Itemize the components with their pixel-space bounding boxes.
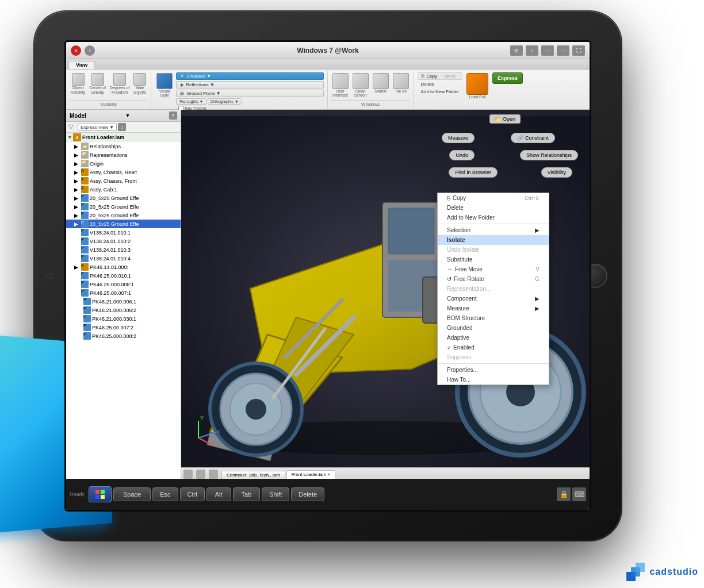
ribbon-btn-shadows[interactable]: ☀Shadows ▼ (176, 72, 323, 80)
windows-key-btn[interactable] (89, 486, 112, 502)
key-ctrl[interactable]: Ctrl (180, 487, 205, 501)
win-home-btn[interactable]: ⌂ (526, 45, 538, 56)
viewport-visibility-btn[interactable]: Visibility (541, 167, 572, 178)
key-esc[interactable]: Esc (152, 487, 178, 501)
context-menu-item-undo-isolate[interactable]: Undo Isolate (438, 245, 549, 255)
tree-item-pk46-25-007-2[interactable]: P PK46.25.00.007:2 (66, 323, 181, 332)
filter-icon[interactable]: ▽ (68, 123, 76, 131)
viewport-constraint-btn[interactable]: 🔗 Constraint (511, 133, 555, 143)
win-fullscreen-btn[interactable]: ⛶ (572, 45, 585, 56)
window-title: Windows 7 @Work (297, 47, 358, 55)
tab-icon-2[interactable] (196, 470, 205, 479)
tab-item-controller[interactable]: Controller, 360, Tech...iam (221, 471, 285, 479)
ribbon-btn-switch[interactable]: Switch (372, 72, 390, 100)
tree-item-origin[interactable]: ▶ 📁 Origin (66, 159, 181, 168)
context-menu-item-add-folder[interactable]: Add to New Folder (438, 213, 549, 222)
win-forward-btn[interactable]: → (557, 45, 569, 56)
context-menu-item-how-to[interactable]: How To... (438, 375, 549, 385)
ribbon-btn-delete[interactable]: Delete (418, 81, 462, 87)
ribbon-btn-tile-all[interactable]: Tile All (392, 72, 410, 100)
win-tile-btn[interactable]: ⊞ (510, 45, 523, 56)
ribbon-btn-reflections[interactable]: ◈Reflections ▼ (176, 81, 323, 89)
tab-item-front-loader[interactable]: Front Loader.iam × (286, 470, 335, 479)
ribbon-tab-view[interactable]: View (68, 61, 95, 69)
tree-item-relationships[interactable]: ▶ 📁 Relationships (66, 142, 181, 151)
windows-titlebar: × i Windows 7 @Work ⊞ ⌂ ← → ⛶ (66, 42, 590, 59)
win-close-btn[interactable]: × (71, 45, 81, 56)
ribbon-btn-user-interface[interactable]: UserInterface (331, 72, 350, 100)
tree-item-ground2[interactable]: ▶ P 20_5x25 Ground Effe (66, 202, 181, 211)
viewport-show-relationships-btn[interactable]: Show Relationships (520, 150, 578, 160)
viewport-open-btn[interactable]: 📂 Open (489, 114, 521, 124)
ribbon-btn-add-folder[interactable]: Add to New Folder (418, 89, 462, 95)
context-menu-item-bom[interactable]: BOM Structure (438, 313, 549, 323)
tree-item-chassis-rear[interactable]: ▶ A Assy, Chassis, Rear: (66, 168, 181, 176)
tree-sync-btn[interactable]: ↕ (118, 123, 126, 131)
tree-item-v138-1[interactable]: P V138.24.01.010:1 (66, 228, 181, 237)
ribbon-btn-copy[interactable]: ⎘CopyCtrl+C (418, 72, 462, 80)
tree-item-pk46-25-007-1[interactable]: P PK46.25.00.007:1 (66, 289, 181, 297)
tree-item-ground-selected[interactable]: ▶ P 20_5x25 Ground Effe (66, 220, 181, 228)
ribbon-btn-load-full[interactable]: Load Full (464, 72, 491, 99)
key-space[interactable]: Space (113, 487, 151, 501)
tree-root-item[interactable]: ▼ A Front Loader.iam (66, 133, 181, 142)
ipad-camera (47, 274, 52, 279)
ribbon-dropdown-orthographic[interactable]: Orthographic ▼ (208, 98, 242, 105)
tree-item-v138-4[interactable]: P V138.24.01.010:4 (66, 254, 181, 263)
ribbon-btn-visual-style[interactable]: VisualStyle (155, 72, 174, 98)
viewport-measure-btn[interactable]: Measure (442, 133, 475, 143)
tree-item-v138-2[interactable]: P V138.24.01.010:2 (66, 237, 181, 245)
tree-item-cab[interactable]: ▶ A Assy, Cab:1 (66, 185, 181, 194)
tab-icon-3[interactable] (209, 470, 218, 479)
context-menu-item-substitute[interactable]: Substitute (438, 255, 549, 264)
ribbon-btn-ground-plane[interactable]: ⊟Ground Plane ▼ (176, 90, 323, 97)
context-menu-item-free-rotate[interactable]: ↺Free Rotate G (438, 274, 549, 284)
express-view-btn[interactable]: Express View ▼ (78, 124, 117, 131)
context-menu-item-properties[interactable]: Properties... (438, 365, 549, 375)
statusbar-lock-icon[interactable]: 🔒 (557, 487, 571, 501)
tab-icon-1[interactable] (183, 470, 193, 479)
key-shift[interactable]: Shift (262, 487, 289, 501)
key-alt[interactable]: Alt (206, 487, 231, 501)
context-menu-item-copy[interactable]: ⎘Copy Ctrl+C (438, 193, 549, 203)
tree-item-ground3[interactable]: ▶ P 20_5x25 Ground Effe (66, 211, 181, 220)
tree-scroll[interactable]: ▼ A Front Loader.iam ▶ 📁 Relationships ▶ (66, 133, 181, 473)
key-tab[interactable]: Tab (233, 487, 261, 501)
context-menu-item-representation[interactable]: Representation... (438, 284, 549, 294)
viewport-find-browser-btn[interactable]: Find in Browser (449, 167, 498, 178)
ribbon-btn-express[interactable]: Express (492, 72, 523, 84)
context-menu-item-isolate[interactable]: Isolate (438, 235, 549, 245)
tree-item-pk46-21-030[interactable]: P PK46.21.000.030:1 (66, 314, 181, 323)
context-menu-item-delete[interactable]: Delete (438, 203, 549, 213)
context-menu-item-measure[interactable]: Measure▶ (438, 303, 549, 313)
ribbon-btn-mate[interactable]: MateGlyphs (132, 72, 147, 100)
context-menu-item-selection[interactable]: Selection▶ (438, 225, 549, 235)
tree-item-pk46-25-010[interactable]: P PK46.25.00.010:1 (66, 271, 181, 280)
statusbar-keyboard-icon[interactable]: ⌨ (572, 487, 586, 501)
viewport-undo-btn[interactable]: Undo (449, 150, 475, 160)
tree-item-chassis-front[interactable]: ▶ A Assy, Chassis, Front (66, 176, 181, 185)
tree-item-pk46-21-006-1[interactable]: P PK46.21.000.006:1 (66, 297, 181, 306)
tree-item-pk46-21-006-2[interactable]: P PK46.21.000.006:2 (66, 306, 181, 314)
ribbon-btn-object-visibility[interactable]: ObjectVisibility (70, 72, 86, 100)
tree-item-pk46-14[interactable]: ▶ A PK46.14.01.000: (66, 263, 181, 271)
page-container: × i Windows 7 @Work ⊞ ⌂ ← → ⛶ View (0, 0, 704, 588)
tree-item-pk46-25-008-1[interactable]: P PK46.25.000.008:1 (66, 280, 181, 289)
tree-item-v138-3[interactable]: P V138.24.01.010:3 (66, 245, 181, 254)
context-menu-item-free-move[interactable]: ↔Free Move V (438, 264, 549, 274)
tree-item-representations[interactable]: ▶ 📁 Representations (66, 151, 181, 159)
context-menu-item-suppress[interactable]: Suppress (438, 352, 549, 362)
key-delete[interactable]: Delete (291, 487, 324, 501)
ribbon-btn-dof[interactable]: Degrees ofFreedom (109, 72, 131, 100)
context-menu-item-adaptive[interactable]: Adaptive (438, 333, 549, 343)
win-back-btn[interactable]: ← (541, 45, 554, 56)
context-menu-item-grounded[interactable]: Grounded (438, 323, 549, 333)
ribbon-btn-cog[interactable]: Center ofGravity (88, 72, 107, 100)
win-info-btn[interactable]: i (85, 45, 95, 56)
context-menu-item-enabled[interactable]: ✓Enabled (438, 343, 549, 352)
context-menu-item-component[interactable]: Component▶ (438, 294, 549, 303)
tree-item-pk46-25-008-2[interactable]: P PK46.25.000.008:2 (66, 332, 181, 340)
ribbon-btn-clean-screen[interactable]: CleanScreen (351, 72, 370, 100)
tree-item-ground1[interactable]: ▶ P 20_5x25 Ground Effe (66, 194, 181, 202)
ribbon-dropdown-two-lights[interactable]: Two Lights ▼ (176, 98, 206, 105)
